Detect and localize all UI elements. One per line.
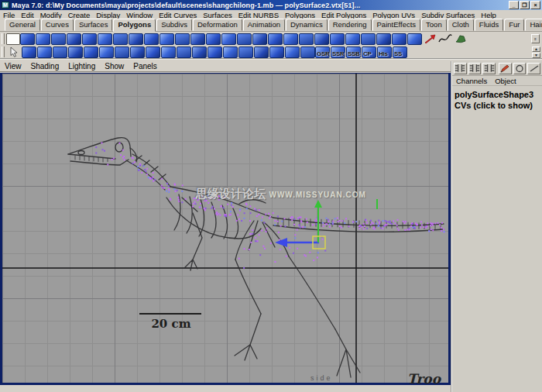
- shelf-tool-icon[interactable]: SSR: [331, 46, 345, 58]
- scale-bar-line: [139, 313, 201, 315]
- poly-tool-icon[interactable]: [190, 33, 205, 45]
- titlebar[interactable]: M Maya 7.0: d:\My Documents\maya\project…: [0, 0, 542, 10]
- shelf-tab[interactable]: General: [5, 19, 40, 31]
- channel-layout-icon[interactable]: [454, 63, 467, 74]
- poly-tool-icon[interactable]: [407, 33, 422, 45]
- watermark-url-text: WWW.MISSYUAN.COM: [269, 191, 365, 199]
- poly-tool-icon[interactable]: [252, 33, 267, 45]
- poly-tool-icon[interactable]: [99, 46, 114, 58]
- shelf-tab[interactable]: Fluids: [475, 19, 503, 31]
- poly-tool-icon[interactable]: [22, 46, 36, 58]
- shelf-tab[interactable]: Animation: [243, 19, 285, 31]
- shelf-tab[interactable]: Rendering: [328, 19, 372, 31]
- shelf-tab[interactable]: Deformation: [193, 19, 242, 31]
- watermark-cn-text: 思缘设计论坛: [196, 187, 266, 200]
- poly-tool-icon[interactable]: [115, 46, 129, 58]
- poly-tool-icon[interactable]: [160, 33, 174, 45]
- viewport-menu-item[interactable]: Show: [100, 62, 129, 70]
- poly-tool-icon[interactable]: [238, 46, 253, 58]
- minimize-button[interactable]: _: [509, 1, 519, 9]
- shelf-tab[interactable]: PaintEffects: [372, 19, 421, 31]
- viewport-menu-item[interactable]: Lighting: [63, 62, 100, 70]
- poly-tool-icon[interactable]: [208, 46, 222, 58]
- shelf-tool-icon[interactable]: SS: [393, 46, 407, 58]
- select-arrow-icon[interactable]: [6, 46, 22, 58]
- shelf-tool-icon[interactable]: GSR: [315, 46, 330, 58]
- poly-tool-icon[interactable]: [68, 46, 83, 58]
- poly-tool-icon[interactable]: [330, 33, 345, 45]
- shelf-scroll-up-icon[interactable]: ▲: [532, 46, 540, 52]
- poly-tool-icon[interactable]: [361, 33, 376, 45]
- poly-tool-icon[interactable]: [53, 46, 67, 58]
- shelf-row-grip[interactable]: [2, 33, 5, 44]
- speed-pencil-icon[interactable]: [499, 63, 512, 74]
- poly-tool-icon[interactable]: [129, 33, 143, 45]
- shelf-tab[interactable]: Curves: [41, 19, 74, 31]
- poly-tool-icon[interactable]: [206, 33, 221, 45]
- shelf-overflow-icon[interactable]: ≡: [531, 34, 540, 43]
- poly-tool-icon[interactable]: [285, 46, 300, 58]
- red-snap-arrow-icon[interactable]: [422, 33, 437, 45]
- viewport-menu-item[interactable]: Shading: [26, 62, 64, 70]
- poly-tool-icon[interactable]: [300, 46, 315, 58]
- shelf-tab[interactable]: Surfaces: [74, 19, 113, 31]
- curve-pencil-icon[interactable]: [437, 33, 453, 45]
- poly-tool-icon[interactable]: [20, 33, 35, 45]
- channel-layout-icon[interactable]: [482, 63, 496, 74]
- poly-tool-icon[interactable]: [130, 46, 145, 58]
- speed-line-icon[interactable]: [527, 63, 540, 74]
- shelf-tool-icon[interactable]: CP: [362, 46, 376, 58]
- shelf-tab[interactable]: Dynamics: [286, 19, 328, 31]
- channel-object-name[interactable]: polySurfaceShape3: [455, 89, 540, 100]
- poly-tool-icon[interactable]: [269, 46, 284, 58]
- viewport-menu-item[interactable]: View: [0, 62, 26, 70]
- shelf-tab[interactable]: Cloth: [448, 19, 474, 31]
- shelf-tool-icon[interactable]: His: [377, 46, 392, 58]
- poly-tool-icon[interactable]: [37, 46, 52, 58]
- poly-tool-icon[interactable]: [192, 46, 207, 58]
- viewport-menu-item[interactable]: Panels: [129, 62, 162, 70]
- poly-tool-icon[interactable]: [161, 46, 176, 58]
- poly-tool-icon[interactable]: [146, 46, 160, 58]
- new-shelf-page-icon[interactable]: [6, 33, 20, 45]
- green-cone-icon[interactable]: [453, 33, 468, 45]
- poly-tool-icon[interactable]: [98, 33, 112, 45]
- poly-tool-icon[interactable]: [82, 33, 97, 45]
- channel-layout-icon[interactable]: [468, 63, 482, 74]
- bottom-strip: [0, 385, 451, 392]
- restore-button[interactable]: ❐: [520, 1, 530, 9]
- poly-tool-icon[interactable]: [283, 33, 298, 45]
- poly-tool-icon[interactable]: [175, 33, 190, 45]
- poly-tool-icon[interactable]: [345, 33, 360, 45]
- poly-tool-icon[interactable]: [237, 33, 252, 45]
- poly-tool-icon[interactable]: [268, 33, 283, 45]
- poly-tool-icon[interactable]: [221, 33, 236, 45]
- shelf-tab[interactable]: Polygons: [113, 19, 156, 32]
- shelf-tab[interactable]: Fur: [504, 19, 524, 31]
- poly-tool-icon[interactable]: [51, 33, 66, 45]
- speed-circle-icon[interactable]: [513, 63, 527, 74]
- channel-box-menu-item[interactable]: Channels: [452, 77, 491, 85]
- poly-tool-icon[interactable]: [299, 33, 314, 45]
- shelf-tool-icon[interactable]: SSB: [346, 46, 361, 58]
- poly-tool-icon[interactable]: [392, 33, 406, 45]
- poly-tool-icon[interactable]: [223, 46, 238, 58]
- poly-tool-icon[interactable]: [84, 46, 98, 58]
- poly-tool-icon[interactable]: [36, 33, 50, 45]
- viewport-side-camera[interactable]: 思缘设计论坛 WWW.MISSYUAN.COM 20 cm side Troo: [0, 73, 451, 385]
- close-button[interactable]: ×: [530, 1, 540, 9]
- poly-tool-icon[interactable]: [113, 33, 128, 45]
- shelf-tab[interactable]: Hair: [525, 19, 542, 31]
- channel-cv-hint[interactable]: CVs (click to show): [455, 100, 540, 111]
- poly-tool-icon[interactable]: [254, 46, 269, 58]
- poly-tool-icon[interactable]: [314, 33, 329, 45]
- shelf-tab[interactable]: Subdivs: [156, 19, 192, 31]
- shelf-row-grip[interactable]: [2, 46, 5, 57]
- poly-tool-icon[interactable]: [376, 33, 391, 45]
- channel-box-menu-item[interactable]: Object: [491, 77, 520, 85]
- poly-tool-icon[interactable]: [177, 46, 191, 58]
- poly-tool-icon[interactable]: [67, 33, 81, 45]
- shelf-scroll-down-icon[interactable]: ▼: [532, 53, 540, 58]
- shelf-tab[interactable]: Toon: [421, 19, 447, 31]
- poly-tool-icon[interactable]: [144, 33, 159, 45]
